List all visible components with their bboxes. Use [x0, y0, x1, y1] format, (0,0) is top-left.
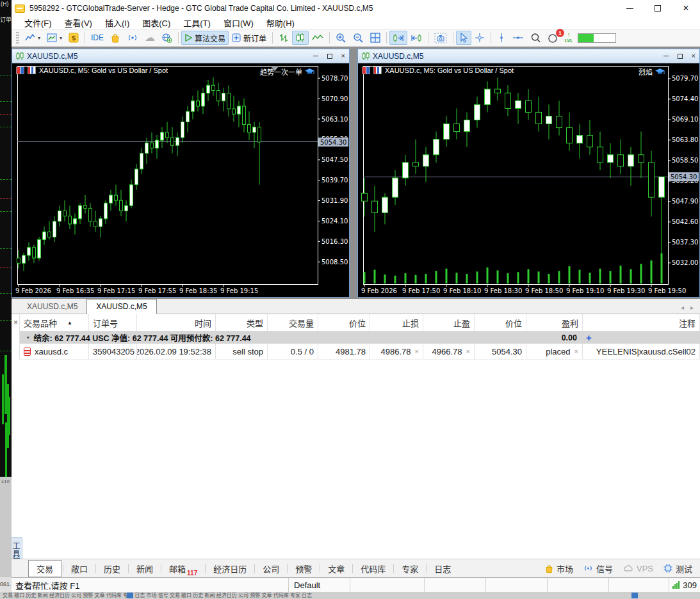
tab-exposure[interactable]: 敞口 — [65, 560, 94, 577]
chart-window-left-titlebar[interactable]: XAUUSD.c,M5 × — [12, 49, 349, 63]
col-price-current[interactable]: 价位 — [475, 314, 526, 331]
col-price[interactable]: 价位 — [318, 314, 370, 331]
quote-board-icon[interactable] — [362, 67, 370, 74]
notifications-icon[interactable]: 1 — [544, 31, 561, 45]
maximize-button[interactable] — [644, 0, 672, 17]
community-icon[interactable] — [158, 31, 175, 45]
market-watch-icon[interactable]: $ — [65, 31, 82, 45]
toolbar-grip[interactable] — [16, 32, 19, 44]
chart-canvas-right[interactable]: XAUUSD.c, M5: Gold vs US Dollar / Spot 烈… — [358, 63, 699, 297]
tab-journal[interactable]: 日志 — [428, 560, 457, 577]
chart-maximize-button[interactable] — [678, 54, 683, 59]
svg-text:9 Feb 2026: 9 Feb 2026 — [361, 287, 397, 294]
tab-experts[interactable]: 专家 — [395, 560, 425, 577]
zoom-in-icon[interactable] — [332, 31, 350, 45]
chart-shift-icon[interactable] — [407, 31, 425, 45]
svg-text:9 Feb 18:50: 9 Feb 18:50 — [525, 287, 563, 294]
order-comment-cell: YEELENIS|xauusd.cSell02 — [583, 344, 700, 359]
remove-tp-icon[interactable]: × — [466, 347, 470, 355]
mailbox-badge: 117 — [187, 570, 197, 577]
col-ticket[interactable]: 订单号 — [89, 314, 137, 331]
service-tester[interactable]: 测试 — [663, 563, 692, 575]
menu-file[interactable]: 文件(F) — [18, 16, 58, 29]
new-order-button[interactable]: 新订单 — [229, 31, 270, 45]
balance-row[interactable]: • 结余: 62 777.44 USC 净值: 62 777.44 可用预付款:… — [20, 331, 700, 344]
chart-minimize-button[interactable] — [313, 56, 318, 56]
delete-order-icon[interactable]: × — [574, 347, 578, 355]
chart-close-button[interactable]: × — [692, 52, 696, 60]
charts-menu-icon[interactable]: ▾ — [22, 31, 44, 45]
menu-help[interactable]: 帮助(H) — [260, 16, 301, 29]
chart-minimize-button[interactable] — [663, 56, 669, 56]
tab-codebase[interactable]: 代码库 — [354, 560, 392, 577]
tab-news[interactable]: 新闻 — [130, 560, 159, 577]
menu-window[interactable]: 窗口(W) — [217, 16, 260, 29]
vertical-line-tool-icon[interactable] — [494, 31, 509, 45]
signals-icon[interactable] — [124, 31, 142, 45]
tab-scroll-left-icon[interactable]: ◂ — [681, 304, 684, 311]
col-profit[interactable]: 盈利 — [526, 314, 583, 331]
chart-window-right-titlebar[interactable]: XAUUSD.c,M5 × — [358, 49, 699, 63]
svg-text:5039.70: 5039.70 — [322, 177, 348, 184]
tile-windows-icon[interactable] — [367, 31, 384, 45]
col-time[interactable]: 时间 — [137, 314, 216, 331]
tab-articles[interactable]: 文章 — [322, 560, 351, 577]
col-volume[interactable]: 交易量 — [268, 314, 318, 331]
tab-scroll-right-icon[interactable]: ▸ — [690, 304, 694, 311]
line-chart-type-icon[interactable] — [309, 31, 327, 45]
auto-scroll-icon[interactable] — [389, 31, 407, 45]
service-vps[interactable]: VPS — [623, 564, 653, 573]
remove-sl-icon[interactable]: × — [415, 347, 419, 355]
quote-board-icon[interactable] — [16, 67, 24, 74]
cloud-icon[interactable]: ☁ — [142, 31, 158, 45]
tab-mailbox[interactable]: 邮箱117 — [163, 560, 204, 577]
chart-canvas-left[interactable]: XAUUSD.c, M5: Gold vs US Dollar / Spot 趋… — [12, 63, 349, 297]
market-bag-icon[interactable] — [107, 31, 124, 45]
menu-charts[interactable]: 图表(C) — [136, 16, 177, 29]
col-symbol[interactable]: 交易品种▲ — [20, 314, 89, 331]
service-signals[interactable]: 信号 — [583, 563, 613, 575]
bar-chart-type-icon[interactable] — [275, 31, 292, 45]
candlestick-type-icon[interactable] — [292, 31, 309, 45]
zoom-out-icon[interactable] — [350, 31, 367, 45]
ea-label-left: 趋势一次一单 — [260, 67, 314, 77]
mini-chart-icon[interactable] — [373, 67, 382, 74]
chart-tab-1[interactable]: XAUUSD.c,M5 — [18, 300, 86, 314]
cursor-tool-icon[interactable] — [456, 31, 471, 45]
statusbar-profile[interactable]: Default — [288, 578, 350, 592]
chart-tab-2[interactable]: XAUUSD.c,M5 — [86, 299, 156, 314]
bg-window-icon — [631, 593, 638, 598]
col-tp[interactable]: 止盈 — [423, 314, 475, 331]
menu-tools[interactable]: 工具(T) — [177, 16, 217, 29]
tab-calendar[interactable]: 经济日历 — [207, 560, 253, 577]
close-button[interactable]: × — [672, 0, 700, 17]
crosshair-tool-icon[interactable] — [471, 31, 488, 45]
order-row[interactable]: xauusd.c 359043205 2026.02.09 19:52:38 s… — [20, 344, 700, 360]
mini-chart-icon[interactable] — [28, 67, 36, 74]
tab-history[interactable]: 历史 — [97, 560, 127, 577]
order-time-cell: 2026.02.09 19:52:38 — [137, 344, 216, 359]
chart-close-button[interactable]: × — [341, 52, 345, 60]
deposit-add-icon[interactable]: + — [586, 331, 592, 344]
col-comment[interactable]: 注释 — [583, 314, 700, 331]
chart-maximize-button[interactable] — [327, 54, 332, 59]
menu-insert[interactable]: 插入(I) — [99, 16, 136, 29]
horizontal-line-tool-icon[interactable] — [509, 31, 527, 45]
toolbox-close-icon[interactable]: × — [13, 319, 18, 326]
ide-button[interactable]: IDE — [88, 31, 107, 45]
minimize-button[interactable] — [615, 0, 644, 17]
svg-text:5024.10: 5024.10 — [322, 218, 348, 225]
menu-view[interactable]: 查看(V) — [58, 16, 99, 29]
chart-profile-icon[interactable]: ▾ — [44, 31, 65, 45]
col-type[interactable]: 类型 — [216, 314, 268, 331]
service-market[interactable]: 市场 — [545, 563, 573, 575]
connection-status[interactable]: 309 — [669, 578, 700, 592]
tab-company[interactable]: 公司 — [256, 560, 286, 577]
tab-trade[interactable]: 交易 — [28, 560, 61, 577]
chart-info-left: XAUUSD.c, M5: Gold vs US Dollar / Spot — [16, 67, 168, 74]
search-icon[interactable] — [527, 31, 544, 45]
tab-alerts[interactable]: 预警 — [289, 560, 318, 577]
screenshot-icon[interactable] — [431, 31, 450, 45]
col-sl[interactable]: 止损 — [370, 314, 423, 331]
algo-trading-button[interactable]: 算法交易 — [181, 31, 229, 45]
